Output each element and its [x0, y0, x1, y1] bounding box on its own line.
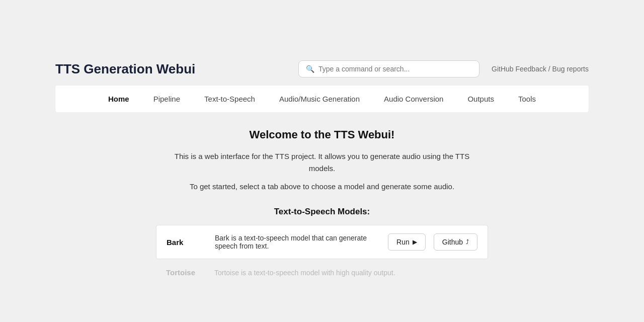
nav-item-tools[interactable]: Tools: [514, 93, 540, 105]
welcome-desc2: To get started, select a tab above to ch…: [190, 181, 454, 193]
external-link-icon-bark: ⤴: [466, 238, 469, 246]
run-button-bark[interactable]: Run ▶: [388, 233, 426, 251]
model-row-tortoise: Tortoise Tortoise is a text-to-speech mo…: [156, 263, 488, 282]
search-icon: 🔍: [306, 65, 314, 73]
main-content: Welcome to the TTS Webui! This is a web …: [55, 112, 589, 282]
section-title: Text-to-Speech Models:: [274, 207, 370, 217]
main-nav: Home Pipeline Text-to-Speech Audio/Music…: [55, 86, 589, 112]
nav-item-tts[interactable]: Text-to-Speech: [200, 93, 259, 105]
model-row-bark: Bark Bark is a text-to-speech model that…: [156, 225, 488, 259]
search-bar: 🔍: [298, 60, 479, 77]
search-input[interactable]: [318, 65, 472, 73]
github-feedback-link[interactable]: GitHub Feedback / Bug reports: [492, 65, 589, 73]
model-desc-bark: Bark is a text-to-speech model that can …: [215, 234, 380, 250]
nav-item-pipeline[interactable]: Pipeline: [149, 93, 184, 105]
nav-item-audio-conversion[interactable]: Audio Conversion: [380, 93, 447, 105]
run-label-bark: Run: [396, 238, 410, 246]
model-name-tortoise: Tortoise: [166, 268, 206, 277]
model-desc-tortoise: Tortoise is a text-to-speech model with …: [214, 269, 478, 277]
run-icon-bark: ▶: [413, 238, 417, 246]
nav-item-audio-music[interactable]: Audio/Music Generation: [275, 93, 364, 105]
welcome-title: Welcome to the TTS Webui!: [250, 128, 395, 141]
nav-item-outputs[interactable]: Outputs: [463, 93, 498, 105]
github-button-bark[interactable]: Github ⤴: [434, 233, 477, 251]
model-name-bark: Bark: [167, 238, 207, 247]
github-label-bark: Github: [442, 238, 463, 246]
welcome-desc1: This is a web interface for the TTS proj…: [161, 150, 483, 175]
app-title: TTS Generation Webui: [55, 61, 195, 77]
models-table: Bark Bark is a text-to-speech model that…: [156, 225, 488, 282]
nav-item-home[interactable]: Home: [104, 93, 133, 105]
